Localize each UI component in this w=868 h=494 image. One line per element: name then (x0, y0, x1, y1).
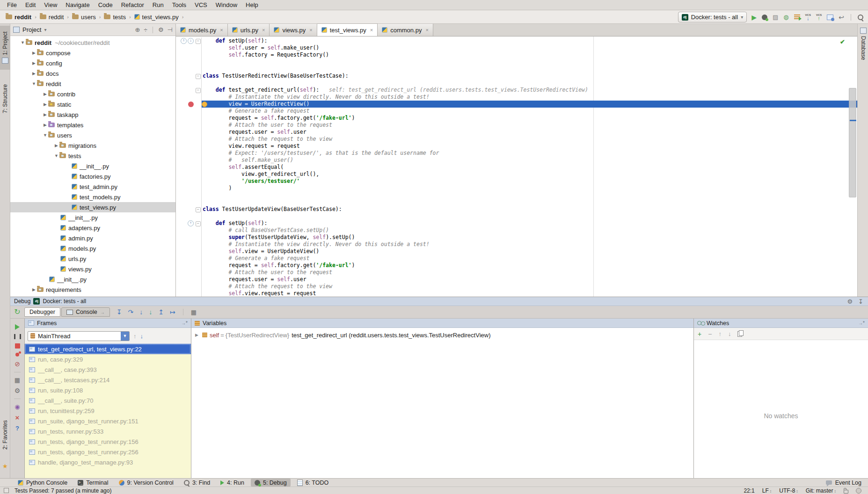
copy-watch-button[interactable] (737, 331, 742, 337)
sidebar-item-favorites[interactable]: 2: Favorites (0, 407, 10, 463)
fold-column[interactable]: − (195, 37, 202, 44)
local-history-button[interactable] (827, 15, 833, 20)
fold-icon[interactable]: − (196, 207, 201, 212)
code-gutter[interactable] (176, 241, 195, 248)
fold-column[interactable] (195, 192, 202, 199)
frame-down-button[interactable]: ↓ (140, 333, 144, 339)
event-log-button[interactable]: Event Log (826, 479, 861, 486)
run-button[interactable]: ▶ (751, 14, 757, 21)
breakpoint-icon[interactable] (188, 102, 194, 107)
code-gutter[interactable] (176, 44, 195, 51)
view-breakpoints-button[interactable] (15, 353, 19, 356)
code-gutter[interactable] (176, 234, 195, 241)
fold-column[interactable] (195, 129, 202, 136)
collapse-arrow-icon[interactable]: ▼ (20, 40, 26, 45)
close-icon[interactable]: × (309, 27, 312, 33)
intention-bulb-icon[interactable] (202, 102, 207, 107)
expander-icon[interactable]: ▶ (195, 333, 200, 337)
tab-common.py[interactable]: common.py× (378, 24, 433, 36)
step-over-button[interactable]: ↷ (128, 309, 134, 315)
evaluate-expression-button[interactable]: ▦ (191, 309, 197, 315)
menu-item-vcs[interactable]: VCS (190, 0, 212, 10)
menu-item-view[interactable]: View (40, 0, 61, 10)
fold-column[interactable] (195, 283, 202, 290)
stack-frame[interactable]: run, suite.py:108 (25, 385, 191, 395)
fold-column[interactable]: − (195, 206, 202, 213)
tree-row-test_views.py[interactable]: test_views.py (10, 202, 175, 212)
git-branch-select[interactable]: Git: master↕ (806, 487, 836, 494)
stack-frame[interactable]: test_get_redirect_url, test_views.py:22 (25, 344, 191, 354)
menu-item-tools[interactable]: Tools (168, 0, 190, 10)
tree-row-__init__.py[interactable]: __init__.py (10, 161, 175, 171)
close-button[interactable]: × (15, 414, 20, 421)
tree-row-admin.py[interactable]: admin.py (10, 233, 175, 243)
code-gutter[interactable] (176, 51, 195, 58)
stack-frame[interactable]: __call__, testcases.py:214 (25, 375, 191, 385)
hide-panel-button[interactable]: ↧ (858, 298, 863, 305)
remove-watch-button[interactable]: − (708, 331, 712, 337)
close-icon[interactable]: × (262, 27, 265, 33)
step-into-button[interactable]: ↓ (139, 309, 143, 315)
locate-file-button[interactable]: ⊕ (135, 27, 140, 33)
fold-column[interactable] (195, 122, 202, 129)
close-icon[interactable]: × (220, 27, 223, 33)
fold-column[interactable]: − (195, 220, 202, 227)
expand-arrow-icon[interactable]: ▶ (31, 61, 37, 65)
fold-icon[interactable]: − (196, 221, 201, 226)
stack-frame[interactable]: __call__, case.py:393 (25, 364, 191, 375)
settings-gear-button[interactable]: ⚙ (847, 298, 853, 305)
code-gutter[interactable] (176, 136, 195, 143)
tree-row-reddit[interactable]: ▼reddit~/cookiecutter/reddit (10, 37, 175, 48)
tree-row-static[interactable]: ▶static (10, 99, 175, 109)
breadcrumb-item-test_views.py[interactable]: test_views.py (133, 14, 180, 21)
collapse-arrow-icon[interactable]: ▼ (31, 81, 37, 86)
fold-column[interactable] (195, 136, 202, 143)
tree-row-contrib[interactable]: ▶contrib (10, 89, 175, 99)
pin-button[interactable]: ◉ (15, 404, 20, 410)
stop-button[interactable] (15, 343, 20, 349)
toolwindow-switcher-icon[interactable] (4, 488, 9, 493)
fold-icon[interactable]: − (196, 88, 201, 93)
fold-column[interactable] (195, 234, 202, 241)
add-watch-button[interactable]: + (698, 331, 701, 337)
tree-row-models.py[interactable]: models.py (10, 243, 175, 254)
fold-column[interactable] (195, 213, 202, 220)
fold-column[interactable] (195, 44, 202, 51)
stack-frame[interactable]: run, case.py:329 (25, 354, 191, 364)
project-panel-title[interactable]: Project (22, 26, 41, 33)
stack-frame[interactable]: run, tcunittest.py:259 (25, 406, 191, 416)
code-gutter[interactable] (176, 178, 195, 185)
fold-column[interactable] (195, 269, 202, 276)
stack-frame[interactable]: run_tests, runner.py:533 (25, 426, 191, 436)
menu-item-edit[interactable]: Edit (21, 0, 40, 10)
todo-button[interactable]: 6: TODO (293, 479, 333, 487)
version-control-button[interactable]: 9: Version Control (115, 479, 177, 487)
tree-row-users[interactable]: ▼users (10, 130, 175, 140)
python-console-button[interactable]: Python Console (14, 479, 71, 487)
code-gutter[interactable] (176, 101, 195, 108)
tree-row-test_models.py[interactable]: test_models.py (10, 192, 175, 202)
code-gutter[interactable] (176, 58, 195, 65)
pause-button[interactable] (14, 334, 21, 339)
collapse-all-button[interactable]: ÷ (144, 27, 147, 33)
expand-arrow-icon[interactable]: ▶ (42, 112, 48, 117)
fold-column[interactable] (195, 58, 202, 65)
fold-column[interactable] (195, 150, 202, 157)
code-gutter[interactable] (176, 283, 195, 290)
mute-breakpoints-button[interactable]: ⊘ (15, 361, 20, 367)
profiler-button[interactable]: ◍ (783, 14, 788, 20)
expand-arrow-icon[interactable]: ▶ (42, 92, 48, 96)
stack-frame[interactable]: __call__, suite.py:70 (25, 395, 191, 406)
stack-frame[interactable]: run_tests, django_test_runner.py:156 (25, 436, 191, 447)
help-button[interactable]: ? (15, 425, 19, 431)
tree-row-tests[interactable]: ▼tests (10, 151, 175, 161)
menu-item-window[interactable]: Window (212, 0, 241, 10)
sidebar-item-database[interactable]: Database (860, 28, 867, 60)
expand-arrow-icon[interactable]: ▶ (42, 123, 48, 127)
code-gutter[interactable] (176, 150, 195, 157)
code-gutter[interactable] (176, 73, 195, 80)
show-execution-point-button[interactable]: ↧ (117, 309, 122, 315)
debug-button[interactable] (762, 15, 767, 20)
lock-icon[interactable] (844, 490, 848, 494)
tree-row-__init__.py[interactable]: __init__.py (10, 212, 175, 223)
